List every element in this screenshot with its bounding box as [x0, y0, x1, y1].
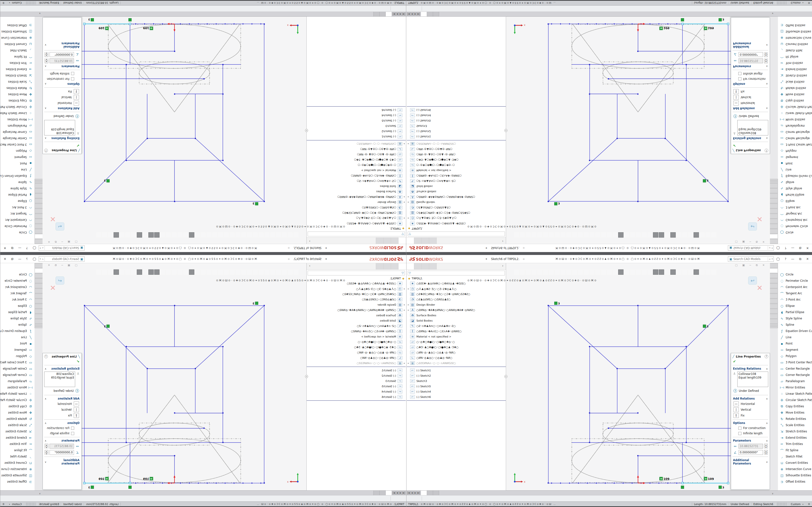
headsup-icon[interactable]: [218, 270, 223, 275]
headsup-icon[interactable]: [514, 232, 519, 237]
headsup-icon[interactable]: [607, 270, 612, 275]
command-tab[interactable]: [770, 181, 778, 183]
sketch-tool-item[interactable]: ▱ Parallelogram: [778, 378, 812, 384]
headsup-icon[interactable]: [206, 232, 212, 237]
command-tab[interactable]: [35, 229, 43, 234]
rollback-bar[interactable]: [407, 400, 506, 401]
headsup-icon[interactable]: [102, 232, 107, 237]
close-button[interactable]: ✕: [806, 257, 809, 261]
expand-arrow-icon[interactable]: ▸: [407, 309, 410, 311]
command-tab[interactable]: [770, 283, 778, 288]
command-tab[interactable]: [770, 288, 778, 293]
for-construction-checkbox[interactable]: [738, 427, 742, 430]
command-tab[interactable]: [35, 239, 43, 244]
rollback-bar[interactable]: [407, 140, 506, 140]
view-tab[interactable]: [427, 491, 433, 495]
headsup-icon[interactable]: [270, 270, 275, 275]
add-relations-header[interactable]: Add Relations∧: [731, 396, 770, 401]
tab-prev-button[interactable]: ◀: [399, 12, 402, 16]
pane-splitter-handle[interactable]: [305, 129, 308, 132]
expand-arrow-icon[interactable]: ▸: [402, 217, 406, 219]
infinite-length-checkbox[interactable]: [71, 72, 74, 75]
sketch-tool-item[interactable]: ƒ Equation Driven Curve: [0, 173, 35, 179]
graphics-viewport[interactable]: ▢ ▣ ─ ⧉ ✕ ↩ ✕ x: [506, 17, 770, 244]
sketch-tool-item[interactable]: ╱ Line: [778, 334, 812, 340]
sketch-tool-item[interactable]: ⇥ Extend Entities: [778, 435, 812, 441]
tab-next-button[interactable]: ▶: [396, 12, 399, 16]
headsup-icon[interactable]: [148, 232, 154, 237]
menu-item[interactable]: [329, 258, 335, 260]
existing-relations-header[interactable]: Existing Relations∧: [731, 136, 770, 141]
tree-item[interactable]: ▱ ○ИN◦◎◦♟◎○◦○◎♟◦◎◦NИ○: [407, 152, 506, 157]
sketch-tool-item[interactable]: ⌒ Fit Spline: [778, 447, 812, 453]
sketch-tool-item[interactable]: ∿ Style Spline: [0, 315, 35, 322]
command-tab[interactable]: [770, 314, 778, 319]
headsup-icon[interactable]: [282, 270, 287, 275]
sketch-tool-item[interactable]: ⌒ Tangent Arc: [778, 211, 812, 217]
expand-arrow-icon[interactable]: ▸: [407, 288, 410, 290]
command-tab[interactable]: [770, 273, 778, 278]
tree-item[interactable]: ⌐ (-) Sketch2: [407, 129, 506, 134]
headsup-icon[interactable]: [108, 232, 113, 237]
headsup-icon[interactable]: [665, 270, 670, 275]
tree-item[interactable]: ⌐ (-) Sketch5: [407, 118, 506, 123]
sketch-tool-item[interactable]: ▭ Center Rectangle: [778, 365, 812, 372]
additional-parameters-header[interactable]: Additional Parameters∨: [43, 41, 82, 49]
tree-item[interactable]: ◪ Solid Bodies: [307, 318, 406, 323]
add-relations-header[interactable]: Add Relations∧: [43, 106, 82, 111]
headsup-icon[interactable]: [270, 232, 275, 237]
tree-item[interactable]: ▸ ▣ ○ƧƧƐИNА∩◦○◦○◦∩АNИƐƧƧ○: [407, 141, 506, 147]
command-tab[interactable]: [770, 234, 778, 239]
sketch-tool-item[interactable]: ▱ Parallelogram: [0, 123, 35, 129]
tree-item[interactable]: ▸ ◷ ○人♟◎✚Ƨ◦Ʒ○◦○Ʒ◦Ƨ✚◎♟人○: [407, 286, 506, 291]
relation-button[interactable]: ϯ: [733, 413, 739, 418]
sketch-tool-item[interactable]: ƒ Equation Driven Curve: [778, 328, 812, 334]
sketch-tool-item[interactable]: ⊔ Convert Entities: [778, 460, 812, 466]
pane-splitter-handle[interactable]: [504, 375, 507, 378]
sketch-tool-item[interactable]: ◫ Silhouette Entities: [0, 472, 35, 478]
search-input[interactable]: Search CAD Models: [733, 258, 768, 261]
tree-item[interactable]: ▸ A ○ƧИN◎◦✚А✚◎ИNА○◦○АNИ◎✚А✚◦◎NИƧ○: [407, 194, 506, 200]
tree-item[interactable]: ◔ ○Ƨ♟◎ƧИƐ○◦○ƐИƧ◎♟Ƨ○: [307, 205, 406, 210]
menu-item[interactable]: [346, 247, 352, 249]
view-tab[interactable]: [373, 491, 379, 495]
tree-item[interactable]: ⌐ (-) Sketch5: [407, 384, 506, 389]
tree-item[interactable]: Σ ○ƧИN◎◦✚А∩Ɛ○◦○Ɛ∩А✚◦◎NИƧ○: [307, 329, 406, 334]
tree-item[interactable]: [307, 106, 406, 107]
headsup-icon[interactable]: [583, 270, 589, 275]
sketch-tool-item[interactable]: ◠ 3 Point Arc: [0, 204, 35, 211]
headsup-icon[interactable]: [618, 232, 623, 237]
headsup-icon[interactable]: [670, 232, 676, 237]
headsup-icon[interactable]: [264, 232, 270, 237]
existing-relations-header[interactable]: Existing Relations∧: [731, 366, 770, 371]
headsup-icon[interactable]: [566, 232, 571, 237]
sketch-tool-item[interactable]: ◯ Circle: [0, 229, 35, 236]
search-icon[interactable]: ⌕: [41, 257, 45, 261]
headsup-icon[interactable]: [595, 232, 600, 237]
relation-button[interactable]: —: [733, 401, 739, 406]
command-tab[interactable]: [770, 324, 778, 326]
sketch-tool-item[interactable]: ▪ Point: [778, 160, 812, 167]
sketch-tool-item[interactable]: ƒ Equation Driven Curve: [778, 173, 812, 179]
sketch-tool-item[interactable]: ⊔ Convert Entities: [778, 41, 812, 47]
headsup-icon[interactable]: [259, 232, 264, 237]
feature-manager-tab[interactable]: [383, 237, 391, 244]
feature-manager-tab[interactable]: [407, 237, 414, 244]
tree-item[interactable]: ▱ ○ИN◦◎◦♟◎○◦○◎♟◦◎◦NИ○: [407, 350, 506, 355]
expand-arrow-icon[interactable]: ▸: [402, 362, 406, 364]
sketch-tool-item[interactable]: ╱ Line: [778, 167, 812, 173]
sketch-tool-item[interactable]: ⤡ Scale Entities: [0, 422, 35, 428]
additional-parameters-header[interactable]: Additional Parameters∨: [731, 458, 770, 466]
display-tool-icon[interactable]: [391, 6, 391, 11]
headsup-icon[interactable]: [705, 232, 711, 237]
sketch-tool-item[interactable]: ◠ Centerpoint Arc: [778, 284, 812, 290]
view-tab[interactable]: [379, 491, 386, 495]
sketch-tool-item[interactable]: ◌ Perimeter Circle: [0, 278, 35, 284]
tab-prev-button[interactable]: ◀: [399, 491, 402, 495]
headsup-icon[interactable]: [589, 232, 595, 237]
headsup-icon[interactable]: [554, 270, 560, 275]
sketch-tool-item[interactable]: ▭ Center Rectangle: [778, 135, 812, 142]
sketch-tool-item[interactable]: ∺ Segment: [0, 154, 35, 160]
command-tab[interactable]: [770, 294, 778, 298]
sketch-tool-item[interactable]: ✂ Trim Entities: [778, 441, 812, 447]
